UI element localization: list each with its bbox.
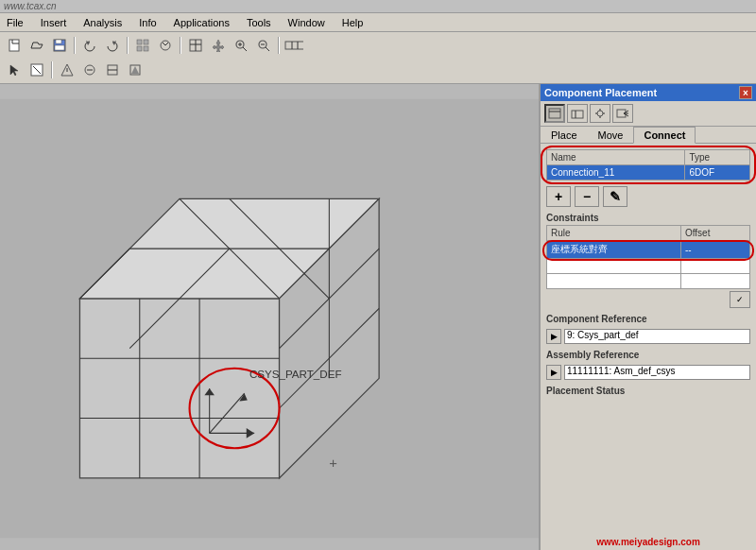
toolbar-view-btn[interactable] (185, 36, 206, 55)
svg-rect-9 (144, 40, 148, 44)
menu-info[interactable]: Info (136, 16, 159, 29)
empty-cell-1 (547, 259, 681, 274)
svg-marker-27 (10, 65, 18, 76)
svg-text:CSYS_PART_DEF: CSYS_PART_DEF (249, 368, 342, 380)
tab-move[interactable]: Move (588, 127, 634, 144)
panel-icon-export-btn[interactable] (612, 104, 633, 123)
component-ref-label: Component Reference (546, 314, 750, 324)
toolbar-redo-btn[interactable] (102, 36, 123, 55)
panel-icon-view-btn[interactable] (567, 104, 588, 123)
toolbar-zoom-out-btn[interactable] (253, 36, 274, 55)
menu-window[interactable]: Window (285, 16, 328, 29)
menu-insert[interactable]: Insert (38, 16, 70, 29)
empty-cell-4 (680, 274, 749, 289)
assembly-ref-input[interactable]: 11111111: Asm_def_csys (564, 365, 750, 380)
connection-name-cell: Connection_11 (547, 165, 685, 180)
menu-bar: File Insert Analysis Info Applications T… (0, 13, 756, 32)
assembly-ref-label: Assembly Reference (546, 350, 750, 360)
panel-content: Name Type Connection_11 6DOF (541, 144, 756, 550)
panel-icon-settings-btn[interactable] (590, 104, 610, 123)
assembly-ref-section: Assembly Reference ▶ 11111111: Asm_def_c… (546, 350, 750, 380)
main-area: CSYS_PART_DEF + Component Placement × (0, 84, 756, 550)
menu-help[interactable]: Help (339, 16, 367, 29)
svg-line-22 (266, 47, 269, 51)
constraint-empty-row-1 (547, 259, 750, 274)
toolbar-sep-2 (127, 37, 129, 54)
connection-table: Name Type Connection_11 6DOF (546, 149, 750, 180)
toolbar-zoom-in-btn[interactable] (231, 36, 251, 55)
menu-applications[interactable]: Applications (171, 16, 232, 29)
toolbar-feature1-btn[interactable] (57, 60, 77, 79)
toolbar-select-btn[interactable] (4, 60, 25, 79)
panel-icon-window-btn[interactable] (544, 104, 565, 123)
toolbar-grid-btn[interactable] (132, 36, 153, 55)
svg-rect-10 (137, 46, 142, 51)
constraints-label: Constraints (546, 213, 750, 223)
constraint-empty-row-2 (547, 274, 750, 289)
panel-bottom-watermark: www.meiyadesign.com (596, 537, 700, 547)
toolbar-area (0, 32, 756, 84)
constraint-row[interactable]: 座標系統對齊 -- (547, 241, 750, 259)
toolbar-save-btn[interactable] (49, 36, 70, 55)
connection-type-cell: 6DOF (685, 165, 750, 180)
constraints-table: Rule Offset 座標系統對齊 -- (546, 225, 750, 289)
3d-box-svg: CSYS_PART_DEF + (0, 84, 539, 550)
constraints-section: Constraints Rule Offset 座標系統對齊 - (546, 213, 750, 308)
col-offset-header: Offset (680, 226, 749, 241)
menu-tools[interactable]: Tools (244, 16, 274, 29)
toolbar-new-btn[interactable] (4, 36, 25, 55)
menu-file[interactable]: File (4, 16, 26, 29)
col-name-header: Name (547, 150, 685, 165)
menu-analysis[interactable]: Analysis (80, 16, 125, 29)
placement-status-label: Placement Status (546, 386, 750, 396)
svg-rect-8 (137, 40, 142, 44)
svg-text:+: + (329, 455, 337, 471)
svg-rect-24 (285, 42, 303, 49)
toolbar-feature2-btn[interactable] (79, 60, 100, 79)
toolbar-feature3-btn[interactable] (102, 60, 123, 79)
table-row[interactable]: Connection_11 6DOF (547, 165, 750, 180)
component-ref-arrow-btn[interactable]: ▶ (546, 329, 561, 344)
panel-close-btn[interactable]: × (739, 86, 752, 99)
add-connection-btn[interactable]: + (546, 186, 571, 207)
toolbar-sketch-btn[interactable] (26, 60, 47, 79)
panel-title-bar: Component Placement × (541, 84, 756, 101)
component-ref-section: Component Reference ▶ 9: Csys_part_def (546, 314, 750, 344)
component-placement-panel: Component Placement × Place Move Connect (539, 84, 756, 550)
placement-status-section: Placement Status (546, 386, 750, 398)
toolbar-sep-4 (278, 37, 280, 54)
svg-rect-0 (9, 40, 19, 51)
tab-place[interactable]: Place (541, 127, 588, 144)
toolbar-sep-3 (180, 37, 181, 54)
canvas-area[interactable]: CSYS_PART_DEF + (0, 84, 539, 550)
empty-cell-3 (547, 274, 681, 289)
apply-constraint-btn[interactable]: ✓ (730, 291, 750, 308)
toolbar-rotate-btn[interactable] (155, 36, 176, 55)
empty-cell-2 (680, 259, 749, 274)
connection-table-container: Name Type Connection_11 6DOF (546, 149, 750, 180)
panel-tabs: Place Move Connect (541, 127, 756, 144)
action-btn-row: + − ✎ (546, 186, 750, 207)
panel-title: Component Placement (544, 87, 657, 98)
toolbar-pan-btn[interactable] (208, 36, 229, 55)
watermark-bar: www.tcax.cn (0, 0, 756, 13)
toolbar-open-btn[interactable] (26, 36, 47, 55)
toolbar-sep-1 (74, 37, 76, 54)
svg-marker-37 (131, 66, 139, 74)
watermark-text: www.tcax.cn (4, 1, 57, 11)
col-rule-header: Rule (547, 226, 681, 241)
assembly-ref-field: ▶ 11111111: Asm_def_csys (546, 365, 750, 380)
toolbar-row-1 (4, 34, 752, 57)
remove-connection-btn[interactable]: − (575, 186, 599, 207)
svg-marker-16 (213, 40, 224, 52)
svg-rect-63 (549, 109, 560, 118)
constraint-offset-cell: -- (680, 241, 749, 259)
toolbar-feature4-btn[interactable] (125, 60, 146, 79)
panel-icon-bar (541, 101, 756, 127)
assembly-ref-arrow-btn[interactable]: ▶ (546, 365, 561, 380)
tab-connect[interactable]: Connect (633, 127, 696, 144)
toolbar-spin-btn[interactable] (284, 36, 304, 55)
edit-connection-btn[interactable]: ✎ (603, 186, 627, 207)
toolbar-undo-btn[interactable] (79, 36, 100, 55)
component-ref-input[interactable]: 9: Csys_part_def (564, 329, 750, 344)
